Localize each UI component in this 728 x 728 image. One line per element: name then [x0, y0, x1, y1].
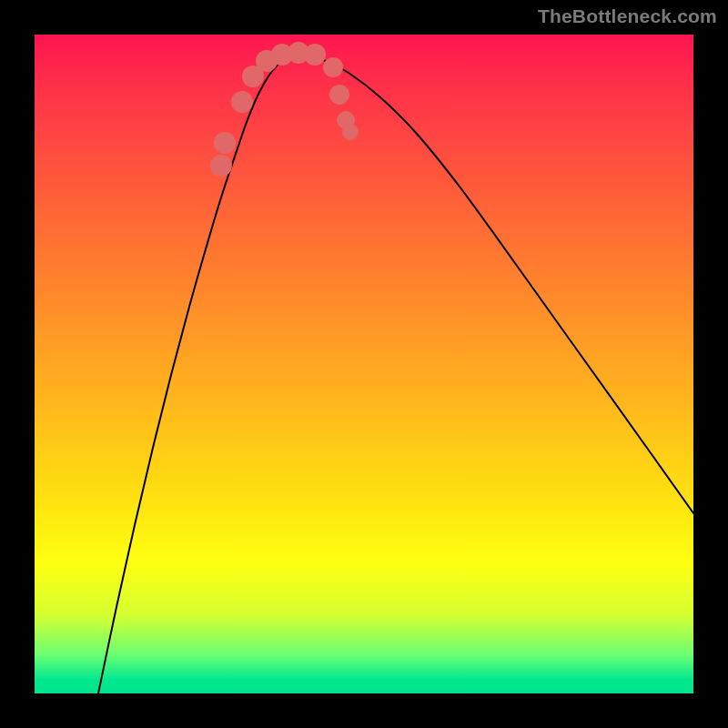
- data-point: [231, 91, 253, 113]
- chart-svg: [35, 35, 693, 693]
- data-point: [342, 124, 359, 140]
- data-point: [323, 57, 343, 77]
- chart-frame: TheBottleneck.com: [0, 0, 728, 728]
- data-point: [329, 85, 349, 105]
- data-point: [214, 132, 236, 154]
- data-point: [210, 155, 232, 177]
- watermark-text: TheBottleneck.com: [538, 5, 717, 27]
- data-point-markers: [210, 42, 359, 177]
- bottleneck-curve-path: [98, 56, 693, 693]
- plot-area: [35, 35, 693, 693]
- data-point: [304, 44, 326, 66]
- bottleneck-curve: [98, 56, 693, 693]
